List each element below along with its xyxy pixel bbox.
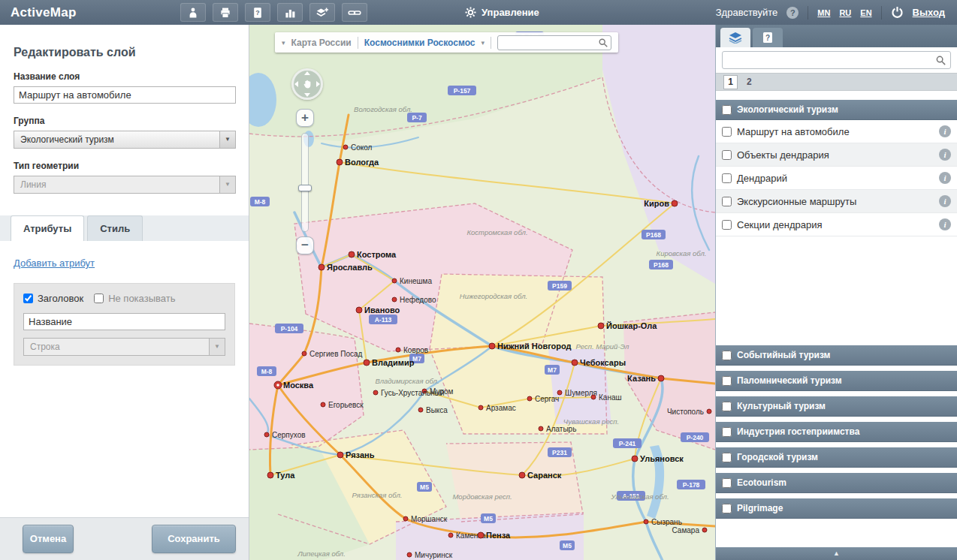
overlay-layer-selector[interactable]: Космоснимки Роскосмос <box>364 38 475 48</box>
help-badge[interactable]: ? <box>786 7 799 19</box>
layer-group-header[interactable]: Ecotourism <box>716 473 957 493</box>
layer-row[interactable]: Объекты дендрарияi <box>716 143 957 167</box>
layer-group-header[interactable]: Событийный туризм <box>716 345 957 366</box>
app-logo: ActiveMap <box>0 5 180 20</box>
map-pan-control[interactable] <box>291 68 323 100</box>
lang-mn[interactable]: MN <box>817 8 830 17</box>
svg-text:?: ? <box>255 9 259 17</box>
collapse-panel-bar[interactable]: ▲ <box>716 547 957 560</box>
map-canvas[interactable]: Р-157Р-157Р-7М-8Р168Р168Р159А-113Р-104М7… <box>249 25 715 560</box>
city-marker <box>707 409 711 414</box>
tab-layers[interactable] <box>720 28 750 47</box>
layer-group-checkbox[interactable] <box>722 427 732 437</box>
reports-tool-button[interactable] <box>277 3 303 22</box>
zoom-slider-knob[interactable] <box>298 185 312 191</box>
group-select[interactable]: Экологический туризм ▼ <box>14 131 236 149</box>
region-label: Вологодская обл. <box>354 105 412 113</box>
city-marker <box>337 452 343 458</box>
city-label: Пенза <box>486 531 511 540</box>
layer-group-header[interactable]: Индустрия гостеприимства <box>716 422 957 442</box>
layer-info-icon[interactable]: i <box>939 195 951 207</box>
layer-checkbox[interactable] <box>722 197 732 206</box>
road-shield-label: Р-157 <box>454 87 471 95</box>
hide-checkbox[interactable] <box>94 294 104 303</box>
layer-checkbox[interactable] <box>722 150 732 160</box>
cancel-button[interactable]: Отмена <box>23 525 74 553</box>
city-label: Сергиев Посад <box>309 350 363 358</box>
city-marker <box>267 472 273 478</box>
user-tool-button[interactable] <box>180 3 206 22</box>
layer-group-header[interactable]: Экологический туризм <box>716 100 957 120</box>
add-layer-tool-button[interactable] <box>309 3 335 22</box>
layer-group-header[interactable]: Pilgrimage <box>716 498 957 519</box>
road-shield-label: М7 <box>548 366 557 374</box>
layer-group-header[interactable]: Паломнический туризм <box>716 371 957 391</box>
map-search-input[interactable] <box>497 35 611 50</box>
attribute-type-select: Строка ▼ <box>23 338 225 356</box>
lang-ru[interactable]: RU <box>839 8 851 17</box>
layer-checkbox[interactable] <box>722 173 732 183</box>
layer-row[interactable]: Маршрут на автомобилеi <box>716 120 957 143</box>
page-1-button[interactable]: 1 <box>723 75 738 89</box>
layer-info-icon[interactable]: i <box>939 172 951 184</box>
pan-right-icon <box>316 81 320 87</box>
layer-info-icon[interactable]: i <box>939 218 951 230</box>
layer-group-checkbox[interactable] <box>722 453 732 462</box>
city-marker <box>396 348 400 352</box>
layer-info-icon[interactable]: i <box>939 125 951 137</box>
city-label: Тула <box>276 471 295 480</box>
city-marker <box>403 516 408 521</box>
city-label: Чистополь <box>667 408 704 416</box>
add-attribute-link[interactable]: Добавить атрибут <box>14 257 95 269</box>
layer-row[interactable]: Дендрарийi <box>716 167 957 190</box>
base-layer-selector[interactable]: Карта России <box>291 38 352 48</box>
layer-group-label: Индустрия гостеприимства <box>737 426 859 437</box>
print-tool-button[interactable] <box>213 3 238 22</box>
city-label: Алатырь <box>546 425 576 433</box>
management-menu[interactable]: Управление <box>465 7 539 18</box>
zoom-slider[interactable] <box>301 133 309 232</box>
help-page-tool-button[interactable]: ? <box>245 3 270 22</box>
layer-group-checkbox[interactable] <box>722 351 732 360</box>
power-icon <box>891 6 904 19</box>
layer-name-input[interactable] <box>14 86 236 104</box>
zoom-out-button[interactable]: − <box>296 236 314 254</box>
layer-label: Секции дендрария <box>737 219 934 230</box>
layer-group-checkbox[interactable] <box>722 504 732 513</box>
logout-link[interactable]: Выход <box>913 7 945 18</box>
layer-name-label: Название слоя <box>14 71 235 82</box>
city-marker <box>598 323 604 329</box>
layer-group-header[interactable]: Культурный туризм <box>716 396 957 417</box>
tab-legend[interactable]: ? <box>753 28 783 47</box>
layers-search-input[interactable] <box>722 51 951 69</box>
layer-group-checkbox[interactable] <box>722 402 732 411</box>
attribute-name-input[interactable] <box>23 313 225 330</box>
title-checkbox[interactable] <box>23 294 33 303</box>
layer-info-icon[interactable]: i <box>939 149 951 161</box>
map-search <box>497 35 611 50</box>
layer-checkbox[interactable] <box>722 127 732 137</box>
layer-group-header[interactable]: Городской туризм <box>716 447 957 468</box>
map[interactable]: Р-157Р-157Р-7М-8Р168Р168Р159А-113Р-104М7… <box>249 25 715 560</box>
legend-book-icon: ? <box>762 32 773 44</box>
search-icon <box>935 55 946 66</box>
share-tool-button[interactable] <box>342 3 367 22</box>
save-button[interactable]: Сохранить <box>152 525 236 553</box>
city-marker <box>407 552 412 557</box>
layer-group-checkbox[interactable] <box>722 478 732 488</box>
zoom-in-button[interactable]: + <box>296 109 314 127</box>
tab-style[interactable]: Стиль <box>87 215 143 241</box>
page-2-button[interactable]: 2 <box>747 77 752 87</box>
lang-en[interactable]: EN <box>860 8 871 17</box>
chevron-down-icon[interactable]: ▾ <box>282 39 285 47</box>
layer-row[interactable]: Секции дендрарияi <box>716 213 957 236</box>
tab-attributes[interactable]: Атрибуты <box>11 215 84 241</box>
city-marker <box>264 432 269 437</box>
layer-checkbox[interactable] <box>722 220 732 230</box>
chevron-down-icon[interactable]: ▾ <box>481 39 485 47</box>
city-marker <box>356 307 362 313</box>
layer-group-checkbox[interactable] <box>722 376 732 386</box>
layer-row[interactable]: Экскурсионные маршрутыi <box>716 190 957 213</box>
city-label: Ковров <box>403 346 428 354</box>
layer-group-checkbox[interactable] <box>722 105 732 115</box>
